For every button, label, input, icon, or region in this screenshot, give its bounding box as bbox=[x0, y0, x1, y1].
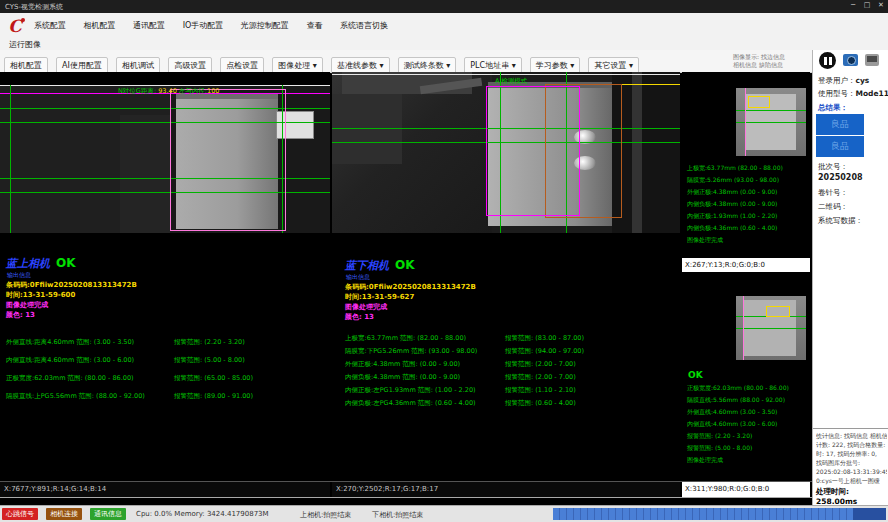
preview-panel-2: OK 正极宽度:62.03mm (80.00 - 86.00) 隔膜直线:5.5… bbox=[682, 274, 810, 497]
pixel-coords-readout: X:267;Y:13;R:0;G:0;B:0 bbox=[682, 258, 810, 272]
preview-text: 正极宽度:62.03mm (80.00 - 86.00) bbox=[687, 384, 789, 393]
output-info-label: 输出信息 bbox=[346, 273, 370, 282]
menu-item-language-switch[interactable]: 系统语言切换 bbox=[338, 20, 390, 31]
measurement-row: 隔膜宽:下PG5.26mm 范围: (93.00 - 98.00)报警范围: (… bbox=[345, 347, 693, 356]
color-index-text: 颜色: 13 bbox=[6, 310, 35, 320]
camera-result-title: 蓝下相机OK bbox=[345, 258, 415, 273]
measurement-row: 外侧正极:4.38mm 范围: (0.00 - 9.00)报警范围: (2.00… bbox=[345, 360, 693, 369]
batch-value: 20250208 bbox=[818, 173, 863, 182]
measurement-row: 上极宽:63.77mm 范围: (82.00 - 88.00)报警范围: (83… bbox=[345, 334, 693, 343]
roi-rect-magenta bbox=[486, 86, 580, 216]
camera-image-lower[interactable]: AI检测模式 bbox=[332, 72, 680, 233]
comm-info-badge: 通讯信息 bbox=[90, 508, 126, 520]
preview-image-1[interactable] bbox=[736, 88, 806, 156]
time-text: 时间:13-31-59-600 bbox=[6, 290, 75, 300]
lower-camera-status: 下相机:拍照结束 bbox=[372, 510, 423, 520]
menu-item-camera-config[interactable]: 相机配置 bbox=[82, 20, 118, 31]
camera-link-badge: 相机连接 bbox=[46, 508, 82, 520]
menu-item-light-control[interactable]: 光源控制配置 bbox=[239, 20, 291, 31]
qr-label: 二维码： bbox=[818, 202, 848, 212]
app-logo-icon: C bbox=[4, 15, 26, 37]
window-title: CYS-视觉检测系统 bbox=[5, 2, 63, 12]
stats-line: 时: 17, 找码分辨率: 0, bbox=[816, 449, 887, 458]
stats-line: 计数: 222, 找码合格数量: bbox=[816, 440, 887, 449]
output-info-label: 输出信息 bbox=[7, 271, 31, 280]
maximize-icon[interactable]: □ bbox=[860, 1, 874, 9]
time-text: 时间:13-31-59-627 bbox=[345, 292, 414, 302]
ok-badge: OK bbox=[395, 258, 415, 272]
preview-text: 内侧直线:4.60mm (3.00 - 6.00) bbox=[687, 420, 777, 429]
menu-item-system-config[interactable]: 系统配置 bbox=[32, 20, 68, 31]
preview-text: 内侧正极:1.93mm (1.00 - 2.20) bbox=[687, 212, 777, 221]
process-status-text: 图像处理完成 bbox=[6, 300, 48, 310]
preview-text: 内侧负极:4.36mm (0.60 - 4.00) bbox=[687, 224, 777, 233]
upper-camera-status: 上相机:拍照结束 bbox=[300, 510, 351, 520]
app-window: CYS-视觉检测系统 ─ □ ✕ C 系统配置 相机配置 通讯配置 IO手动配置… bbox=[0, 0, 888, 522]
ok-badge: OK bbox=[56, 256, 76, 270]
preview-text: 外侧正极:4.38mm (0.00 - 9.00) bbox=[687, 188, 777, 197]
right-sidebar: 登录用户：cys 使用型号：Mode11 总结果： 良品 良品 批次号： 202… bbox=[812, 50, 888, 505]
camera-icon[interactable] bbox=[843, 54, 858, 66]
close-icon[interactable]: ✕ bbox=[874, 1, 888, 9]
camera-image-upper[interactable]: N对位G距离: 93.40 左与内径:100 bbox=[0, 85, 330, 233]
measurement-row: 内侧负极:4.38mm 范围: (0.00 - 9.00)报警范围: (2.00… bbox=[345, 373, 693, 382]
preview-image-2[interactable] bbox=[736, 296, 806, 360]
stats-line: 0:cys一号上相机一图缓 bbox=[816, 476, 887, 485]
tab-row: 运行图像 bbox=[0, 37, 888, 51]
model-value: Mode11 bbox=[856, 89, 888, 98]
toolbar: 相机配置 AI使用配置 相机调试 高级设置 点检设置 图像处理 ▾ 基准线参数 … bbox=[0, 50, 812, 73]
login-user-value: cys bbox=[856, 76, 870, 85]
login-user-row: 登录用户：cys bbox=[818, 76, 869, 86]
preview-panel-1: 上极宽:63.77mm (82.00 - 88.00) 隔膜宽:5.26mm (… bbox=[682, 72, 810, 272]
status-bar: 心跳信号 相机连接 通讯信息 Cpu: 0.0% Memory: 3424.41… bbox=[0, 505, 888, 522]
preview-text: 外侧直线:4.60mm (3.00 - 3.50) bbox=[687, 408, 777, 417]
pixel-coords-readout: X:311;Y:980;R:0;G:0;B:0 bbox=[682, 482, 810, 497]
stats-line: 2025:02:08-13:31:39:45 bbox=[816, 467, 887, 476]
total-result-label: 总结果： bbox=[818, 103, 848, 113]
menu-item-comm-config[interactable]: 通讯配置 bbox=[131, 20, 167, 31]
statistics-block: 统计信息: 找码信息 相机信息 计数: 222, 找码合格数量: 时: 17, … bbox=[813, 428, 888, 505]
result-box-lower: 良品 bbox=[816, 136, 864, 157]
menu-bar: C 系统配置 相机配置 通讯配置 IO手动配置 光源控制配置 查看 系统语言切换 bbox=[0, 13, 888, 38]
measurement-row: 外侧直线:距离4.60mm 范围: (3.00 - 3.50)报警范围: (2.… bbox=[6, 338, 336, 347]
preview-text: 隔膜直线:5.56mm (88.00 - 92.00) bbox=[687, 396, 785, 405]
cpu-memory-text: Cpu: 0.0% Memory: 3424.41790873M bbox=[136, 510, 269, 518]
title-bar: CYS-视觉检测系统 ─ □ ✕ bbox=[0, 0, 888, 13]
process-time-text: 处理时间: 258.00ms bbox=[816, 487, 887, 506]
preview-text: 内侧负极:4.38mm (0.00 - 9.00) bbox=[687, 200, 777, 209]
measurement-row: 内侧负极:左PG4.36mm 范围: (0.60 - 4.00)报警范围: (0… bbox=[345, 399, 693, 408]
measurement-row: 内侧直线:距离4.60mm 范围: (3.00 - 6.00)报警范围: (5.… bbox=[6, 356, 336, 365]
batch-label: 批次号： bbox=[818, 162, 848, 172]
reel-label: 卷针号： bbox=[818, 188, 848, 198]
heartbeat-badge: 心跳信号 bbox=[2, 508, 38, 520]
tab-run-image[interactable]: 运行图像 bbox=[9, 39, 41, 50]
roi-rect-pink bbox=[170, 89, 286, 231]
preview-text: 上极宽:63.77mm (82.00 - 88.00) bbox=[687, 164, 783, 173]
measure-annotation: N对位G距离: 93.40 左与内径:100 bbox=[118, 87, 219, 96]
result-box-upper: 良品 bbox=[816, 114, 864, 135]
device-icon[interactable] bbox=[865, 54, 879, 66]
progress-bar-end bbox=[853, 508, 886, 520]
menu-item-io-manual[interactable]: IO手动配置 bbox=[181, 20, 226, 31]
measurement-row: 内侧正极:左PG1.93mm 范围: (1.00 - 2.20)报警范围: (1… bbox=[345, 386, 693, 395]
minimize-icon[interactable]: ─ bbox=[846, 1, 860, 9]
stats-line: 找码图库分批号: bbox=[816, 458, 887, 467]
preview-text: 报警范围: (5.00 - 8.00) bbox=[687, 444, 752, 453]
measurement-row: 正极宽度:62.03mm 范围: (80.00 - 86.00)报警范围: (6… bbox=[6, 374, 336, 383]
preview-text: 图像处理完成 bbox=[687, 236, 723, 245]
ai-mode-annotation: AI检测模式 bbox=[495, 77, 527, 86]
divider bbox=[0, 481, 812, 482]
preview-text: 图像处理完成 bbox=[687, 456, 723, 465]
pause-button[interactable] bbox=[819, 52, 836, 69]
camera-result-title: 蓝上相机OK bbox=[6, 256, 76, 271]
menu-item-view[interactable]: 查看 bbox=[304, 20, 324, 31]
stats-line: 统计信息: 找码信息 相机信息 bbox=[816, 431, 887, 440]
camera-panel-lower: AI检测模式 蓝下相机OK 输出信息 条码码:0Ffiiw20250208133… bbox=[332, 72, 680, 497]
measurement-row: 隔膜直线:上PG5.56mm 范围: (88.00 - 92.00)报警范围: … bbox=[6, 392, 336, 401]
model-row: 使用型号：Mode11 bbox=[818, 89, 888, 99]
write-data-label: 系统写数据： bbox=[818, 216, 863, 226]
color-index-text: 颜色: 13 bbox=[345, 312, 374, 322]
barcode-text: 条码码:0Ffiiw2025020813313472B bbox=[345, 282, 476, 292]
ok-badge: OK bbox=[688, 370, 703, 380]
process-status-text: 图像处理完成 bbox=[345, 302, 387, 312]
